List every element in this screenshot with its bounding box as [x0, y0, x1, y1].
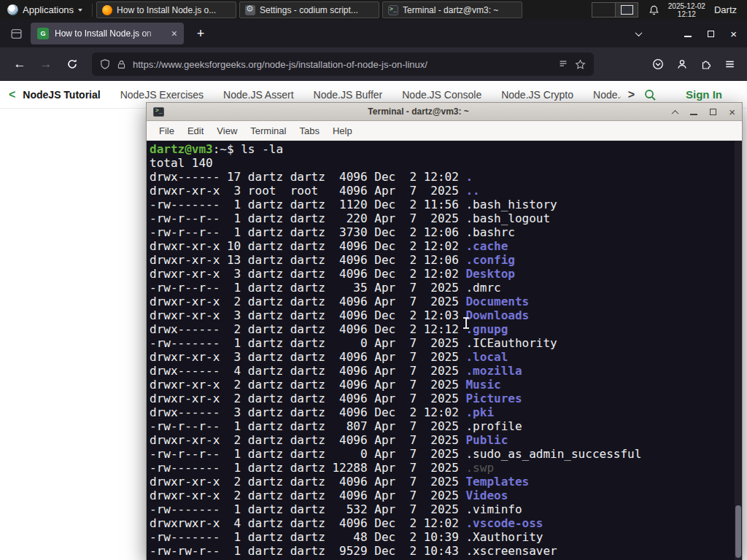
workspace-switcher[interactable]: [592, 2, 638, 18]
workspace-1[interactable]: [592, 3, 615, 17]
terminal-shade-button[interactable]: [673, 105, 678, 118]
url-bar[interactable]: https://www.geeksforgeeks.org/node-js/in…: [92, 52, 594, 76]
lock-icon[interactable]: [117, 59, 126, 70]
line-meta: drwxr-xr-x 3 dartz dartz 4096 Dec 2 12:0…: [150, 308, 465, 322]
gfg-nav-link[interactable]: Node.JS Crypto: [501, 89, 573, 101]
browser-maximize-button[interactable]: [708, 27, 714, 40]
terminal-titlebar[interactable]: Terminal - dartz@vm3: ~ ×: [147, 103, 742, 121]
menu-view[interactable]: View: [210, 125, 244, 136]
terminal-line: -rw-r--r-- 1 dartz dartz 3730 Dec 2 12:0…: [150, 225, 742, 239]
gfg-nav-link[interactable]: Node.JS Console: [402, 89, 481, 101]
line-meta: -rw-r--r-- 1 dartz dartz 220 Apr 7 2025: [150, 211, 465, 225]
task-label: Terminal - dartz@vm3: ~: [403, 5, 498, 15]
terminal-line: -rw-r--r-- 1 dartz dartz 0 Apr 7 2025 .s…: [150, 447, 742, 461]
sign-in-button[interactable]: Sign In: [686, 88, 722, 101]
browser-window-controls: ×: [684, 27, 741, 40]
workspace-window-miniature: [621, 5, 633, 15]
task-button-terminal[interactable]: Terminal - dartz@vm3: ~: [382, 1, 522, 18]
line-meta: drwxr-xr-x 2 dartz dartz 4096 Apr 7 2025: [150, 378, 465, 392]
terminal-scrollbar-thumb[interactable]: [735, 505, 741, 558]
task-label: Settings - codium script...: [260, 5, 358, 15]
terminal-title: Terminal - dartz@vm3: ~: [170, 106, 667, 117]
new-tab-button[interactable]: +: [191, 26, 210, 42]
file-name: .sudo_as_admin_successful: [465, 447, 641, 461]
text-cursor: [463, 317, 469, 329]
gfg-nav-link[interactable]: NodeJS Tutorial: [23, 89, 100, 101]
tab-title: How to Install Node.js on: [55, 28, 166, 39]
clock-date: 2025-12-02: [668, 2, 705, 10]
firefox-view-icon[interactable]: [6, 23, 26, 44]
nav-scroll-left-icon[interactable]: <: [9, 88, 15, 101]
terminal-line: drwxr-xr-x 2 dartz dartz 4096 Apr 7 2025…: [150, 392, 742, 405]
line-meta: -rw-r--r-- 1 dartz dartz 0 Apr 7 2025: [150, 447, 465, 461]
file-name: .mozilla: [465, 364, 522, 378]
terminal-prompt-line: dartz@vm3:~$ ls -la: [150, 142, 742, 156]
top-panel: Applications How to Install Node.js o...…: [0, 0, 747, 20]
browser-nav-bar: ← → https://www.geeksforgeeks.org/node-j…: [0, 47, 747, 81]
search-icon[interactable]: [643, 88, 657, 101]
menu-tabs[interactable]: Tabs: [293, 125, 325, 136]
reload-button[interactable]: [61, 53, 83, 75]
task-button-firefox[interactable]: How to Install Node.js o...: [96, 1, 236, 18]
task-button-settings[interactable]: Settings - codium script...: [239, 1, 379, 18]
line-meta: drwx------ 17 dartz dartz 4096 Dec 2 12:…: [150, 170, 465, 184]
line-meta: drwx------ 3 dartz dartz 4096 Dec 2 12:0…: [150, 405, 465, 419]
applications-menu[interactable]: Applications: [0, 0, 90, 20]
browser-close-button[interactable]: ×: [730, 28, 737, 39]
gfg-nav-links: NodeJS TutorialNodeJS ExercisesNode.JS A…: [23, 89, 620, 101]
pocket-icon[interactable]: [652, 58, 664, 70]
gfg-nav-link[interactable]: NodeJS Exercises: [120, 89, 204, 101]
file-name: ..: [465, 184, 479, 198]
line-meta: drwxr-xr-x 10 dartz dartz 4096 Dec 2 12:…: [150, 239, 465, 253]
nav-scroll-right-icon[interactable]: >: [628, 88, 635, 101]
terminal-app-icon: [153, 107, 164, 117]
notification-bell-icon[interactable]: [649, 4, 659, 16]
line-meta: drwxrwxr-x 4 dartz dartz 4096 Dec 2 12:0…: [150, 516, 465, 530]
file-name: .cache: [465, 239, 508, 253]
user-name[interactable]: Dartz: [714, 4, 737, 15]
terminal-line: -rw------- 1 dartz dartz 532 Apr 7 2025 …: [150, 502, 742, 516]
tracking-shield-icon[interactable]: [100, 58, 110, 70]
terminal-scrollbar[interactable]: [735, 141, 742, 560]
terminal-line: drwx------ 4 dartz dartz 4096 Apr 7 2025…: [150, 364, 742, 378]
menu-terminal[interactable]: Terminal: [244, 125, 293, 136]
menu-file[interactable]: File: [152, 125, 181, 136]
file-name: .xscreensaver: [465, 544, 557, 558]
workspace-2[interactable]: [615, 3, 638, 17]
file-name: Templates: [465, 475, 529, 489]
panel-separator: [92, 4, 93, 17]
reader-view-icon[interactable]: [558, 59, 568, 69]
terminal-line: -rw-r--r-- 1 dartz dartz 807 Apr 7 2025 …: [150, 419, 742, 433]
gfg-nav-link[interactable]: Node.JS Assert: [223, 89, 294, 101]
browser-tab-bar: G How to Install Node.js on × + ×: [0, 20, 747, 47]
terminal-minimize-button[interactable]: [690, 105, 697, 118]
bookmark-star-icon[interactable]: [575, 59, 586, 70]
terminal-window: Terminal - dartz@vm3: ~ × FileEditViewTe…: [146, 102, 743, 560]
firefox-icon: [102, 5, 112, 15]
file-name: .config: [465, 253, 514, 267]
browser-tab-active[interactable]: G How to Install Node.js on ×: [31, 23, 184, 44]
terminal-total-line: total 140: [150, 156, 742, 170]
list-all-tabs-icon[interactable]: [627, 23, 649, 44]
menu-hamburger-icon[interactable]: [724, 59, 735, 69]
url-text[interactable]: https://www.geeksforgeeks.org/node-js/in…: [133, 59, 551, 70]
terminal-screen[interactable]: dartz@vm3:~$ ls -la total 140 drwx------…: [147, 141, 742, 560]
clock[interactable]: 2025-12-02 12:12: [668, 2, 705, 18]
terminal-close-button[interactable]: ×: [729, 106, 735, 117]
gfg-nav-link[interactable]: Node.JS DNS: [593, 89, 621, 101]
terminal-maximize-button[interactable]: [710, 105, 716, 118]
line-meta: drwxr-xr-x 3 root root 4096 Apr 7 2025: [150, 184, 465, 198]
line-meta: drwxr-xr-x 3 dartz dartz 4096 Apr 7 2025: [150, 350, 465, 364]
back-button[interactable]: ←: [9, 53, 31, 75]
gfg-nav-link[interactable]: Node.JS Buffer: [314, 89, 383, 101]
account-icon[interactable]: [676, 58, 688, 70]
toolbar-right-icons: [652, 58, 738, 70]
extensions-puzzle-icon[interactable]: [700, 58, 712, 70]
line-meta: -rw------- 1 dartz dartz 12288 Apr 7 202…: [150, 461, 465, 475]
menu-help[interactable]: Help: [326, 125, 359, 136]
terminal-line: drwxr-xr-x 3 dartz dartz 4096 Dec 2 12:0…: [150, 308, 742, 322]
tab-close-icon[interactable]: ×: [171, 28, 177, 39]
browser-minimize-button[interactable]: [684, 27, 692, 40]
forward-button[interactable]: →: [35, 53, 57, 75]
menu-edit[interactable]: Edit: [181, 125, 210, 136]
